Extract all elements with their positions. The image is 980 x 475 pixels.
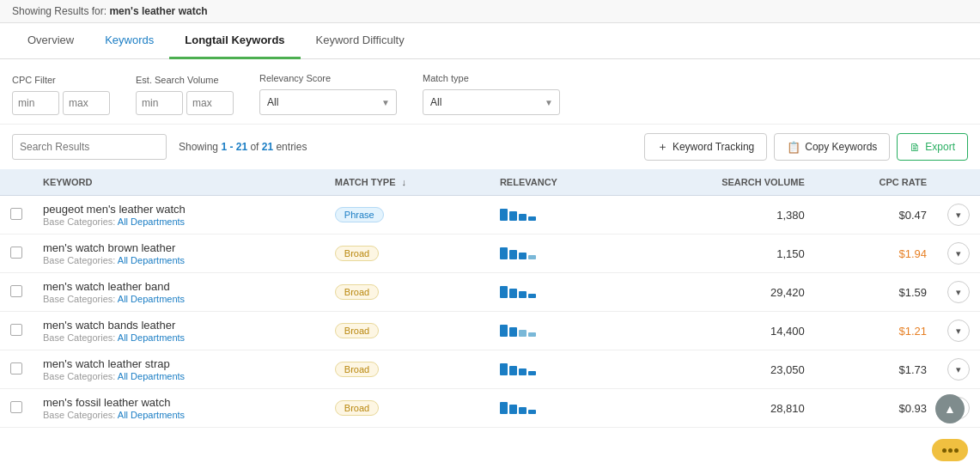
row-checkbox-cell — [0, 273, 33, 312]
table-row: men's watch bands leather Base Categorie… — [0, 312, 980, 350]
scroll-top-button[interactable]: ▲ — [935, 394, 965, 423]
th-relevancy: RELEVANCY — [490, 169, 630, 196]
match-type-badge: Broad — [335, 246, 379, 261]
keyword-sub: Base Categories: All Departments — [43, 216, 314, 227]
row-checkbox-cell — [0, 312, 33, 350]
sub-label: Base Categories: — [43, 371, 115, 381]
row-cpc-rate-cell: $1.73 — [815, 350, 937, 389]
export-label: Export — [925, 141, 955, 153]
match-type-badge: Broad — [335, 323, 379, 338]
row-checkbox[interactable] — [10, 285, 22, 297]
match-type-badge: Broad — [335, 400, 379, 416]
tab-longtail[interactable]: Longtail Keywords — [169, 23, 300, 59]
row-checkbox[interactable] — [10, 324, 22, 336]
filters-section: CPC Filter Est. Search Volume Relevancy … — [0, 59, 980, 125]
search-volume-label: Est. Search Volume — [136, 75, 234, 85]
row-checkbox[interactable] — [10, 362, 22, 375]
sub-label: Base Categories: — [43, 410, 115, 420]
row-expand-button[interactable]: ▾ — [947, 320, 970, 342]
row-expand-button[interactable]: ▾ — [947, 242, 970, 265]
sub-label: Base Categories: — [43, 255, 115, 265]
match-type-label: Match type — [423, 73, 560, 83]
copy-keywords-button[interactable]: 📋 Copy Keywords — [774, 133, 890, 161]
table-row: men's watch brown leather Base Categorie… — [0, 234, 980, 273]
relevancy-filter-group: Relevancy Score AllHighMediumLow ▼ — [259, 73, 397, 115]
row-keyword-cell: peugeot men's leather watch Base Categor… — [33, 196, 325, 234]
sv-max-input[interactable] — [186, 91, 234, 115]
showing-label: Showing Results for: — [12, 5, 107, 17]
sub-label: Base Categories: — [43, 294, 115, 304]
row-search-volume-cell: 28,810 — [630, 389, 815, 428]
row-relevancy-cell — [490, 273, 630, 312]
row-checkbox-cell — [0, 350, 33, 389]
row-match-type-cell: Broad — [325, 273, 490, 312]
action-buttons: ＋ Keyword Tracking 📋 Copy Keywords 🗎 Exp… — [644, 133, 968, 161]
th-match-type[interactable]: MATCH TYPE ↓ — [325, 169, 490, 196]
keywords-table: KEYWORD MATCH TYPE ↓ RELEVANCY SEARCH VO… — [0, 169, 980, 428]
row-relevancy-cell — [490, 312, 630, 350]
cpc-filter-inputs — [12, 91, 110, 115]
row-relevancy-cell — [490, 389, 630, 428]
row-keyword-cell: men's fossil leather watch Base Categori… — [33, 389, 325, 428]
row-action-cell: ▾ — [937, 273, 980, 312]
row-match-type-cell: Broad — [325, 389, 490, 428]
table-row: men's watch leather strap Base Categorie… — [0, 350, 980, 389]
row-checkbox-cell — [0, 389, 33, 428]
tab-keywords[interactable]: Keywords — [89, 23, 169, 59]
export-button[interactable]: 🗎 Export — [897, 133, 968, 161]
row-checkbox-cell — [0, 196, 33, 234]
cpc-filter-label: CPC Filter — [12, 75, 110, 85]
search-volume-filter-group: Est. Search Volume — [136, 75, 234, 115]
match-type-badge: Phrase — [335, 207, 384, 222]
row-cpc-rate-cell: $1.21 — [815, 312, 937, 350]
row-relevancy-cell — [490, 234, 630, 273]
cpc-min-input[interactable] — [12, 91, 59, 115]
row-checkbox[interactable] — [10, 208, 22, 220]
keyword-tracking-button[interactable]: ＋ Keyword Tracking — [644, 133, 767, 161]
row-expand-button[interactable]: ▾ — [947, 281, 970, 303]
keyword-text: men's watch brown leather — [43, 241, 314, 254]
row-action-cell: ▾ — [937, 196, 980, 234]
row-search-volume-cell: 23,050 — [630, 350, 815, 389]
table-row: men's fossil leather watch Base Categori… — [0, 389, 980, 428]
sv-min-input[interactable] — [136, 91, 183, 115]
row-match-type-cell: Broad — [325, 234, 490, 273]
tab-overview[interactable]: Overview — [12, 23, 89, 59]
keyword-sub: Base Categories: All Departments — [43, 371, 314, 381]
keyword-tracking-icon: ＋ — [657, 139, 668, 155]
row-relevancy-cell — [490, 350, 630, 389]
row-checkbox[interactable] — [10, 247, 22, 259]
tab-difficulty[interactable]: Keyword Difficulty — [301, 23, 420, 59]
row-search-volume-cell: 29,420 — [630, 273, 815, 312]
keyword-text: men's watch leather band — [43, 280, 314, 293]
search-volume-inputs — [136, 91, 234, 115]
cpc-max-input[interactable] — [63, 91, 110, 115]
match-type-filter-group: Match type AllPhraseBroadExact ▼ — [423, 73, 560, 115]
relevancy-label: Relevancy Score — [259, 73, 397, 83]
showing-range: 1 - 21 — [221, 141, 247, 153]
row-cpc-rate-cell: $1.59 — [815, 273, 937, 312]
cpc-value: $1.94 — [898, 247, 927, 260]
cpc-value: $1.59 — [898, 286, 927, 299]
row-action-cell: ▾ — [937, 350, 980, 389]
cpc-value: $1.21 — [898, 325, 927, 338]
table-header-row: KEYWORD MATCH TYPE ↓ RELEVANCY SEARCH VO… — [0, 169, 980, 196]
sub-label: Base Categories: — [43, 332, 115, 343]
showing-total: 21 — [262, 141, 273, 153]
row-cpc-rate-cell: $0.93 — [815, 389, 937, 428]
search-results-input[interactable] — [12, 134, 167, 160]
row-cpc-rate-cell: $0.47 — [815, 196, 937, 234]
row-expand-button[interactable]: ▾ — [947, 204, 970, 226]
row-expand-button[interactable]: ▾ — [947, 358, 970, 381]
relevancy-select[interactable]: AllHighMediumLow — [259, 89, 397, 115]
match-type-select[interactable]: AllPhraseBroadExact — [423, 89, 560, 115]
search-query: men's leather watch — [109, 5, 207, 17]
row-checkbox[interactable] — [10, 401, 22, 413]
keyword-sub: Base Categories: All Departments — [43, 294, 314, 304]
row-checkbox-cell — [0, 234, 33, 273]
table-row: men's watch leather band Base Categories… — [0, 273, 980, 312]
th-search-volume: SEARCH VOLUME — [630, 169, 815, 196]
keyword-sub: Base Categories: All Departments — [43, 332, 314, 343]
keyword-sub: Base Categories: All Departments — [43, 255, 314, 265]
match-type-badge: Broad — [335, 284, 379, 300]
